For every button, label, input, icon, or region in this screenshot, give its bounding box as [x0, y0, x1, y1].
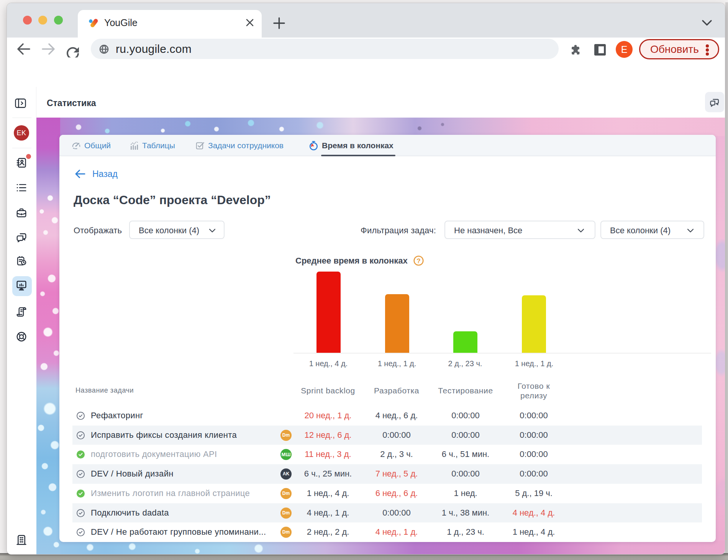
svg-text:?: ? [416, 257, 420, 265]
